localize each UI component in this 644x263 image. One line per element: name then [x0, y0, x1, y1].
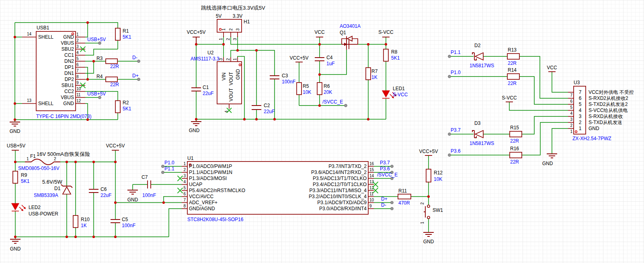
power-label: VCC+5V [187, 29, 205, 35]
ref-designator: C2 [264, 103, 270, 108]
ref-designator: C6 [100, 186, 107, 192]
pin-description: S-VCC给从机供电 [589, 108, 628, 113]
ref-designator: R14 [508, 67, 517, 73]
value: 20K [324, 89, 332, 95]
ref-designator: R15 [510, 125, 519, 130]
pin-number: 8 [76, 75, 79, 79]
value: 100nF [122, 223, 135, 228]
net-port-dot[interactable] [391, 201, 394, 204]
pin-name: 1 [222, 28, 226, 31]
ref-designator: R10 [81, 217, 90, 222]
net-port-dot[interactable] [162, 171, 164, 174]
net-port-dot[interactable] [345, 104, 347, 107]
net-port-dot[interactable] [391, 165, 394, 168]
junction-dot [367, 43, 369, 46]
pin-number: 1 [76, 32, 79, 37]
pin-name: VBUS [61, 40, 74, 46]
net-port-dot[interactable] [448, 154, 451, 157]
net-port-dot[interactable] [448, 55, 451, 58]
power-label: USB+5V [7, 143, 25, 149]
pin-description: VCC对外供电 不受控 [589, 89, 634, 95]
pin-number: 14 [27, 32, 32, 36]
pin-number: 1 [183, 162, 186, 166]
pin-number: 2 [76, 38, 79, 43]
pin-number: 13 [27, 98, 32, 103]
ref-designator: LED1 [393, 86, 405, 91]
junction-dot [114, 201, 117, 204]
junction-dot [92, 60, 95, 62]
ref-designator: LED2 [29, 205, 41, 210]
pin-number: 13 [369, 180, 374, 184]
power-label: S-VCC [378, 29, 394, 35]
pin-name: VOUT [228, 72, 234, 85]
resistor-r7[interactable]: R7 1K [366, 68, 378, 80]
ref-designator: U2 [207, 50, 214, 56]
ref-designator: Q1 [340, 30, 346, 35]
ref-designator: R3 [96, 56, 103, 61]
pin-name: P3.4/ADC12/T0/T1CLKO [313, 182, 367, 187]
pin-number: 14 [369, 174, 374, 178]
ref-designator: D1 [54, 186, 61, 191]
pin-description: S-RXD2从机接收2 [589, 95, 628, 101]
pin-number-inside: 1 [579, 126, 582, 131]
ref-designator: USB1 [37, 25, 49, 31]
pin-number-inside: 4 [579, 108, 582, 113]
pin-number: 1 [420, 222, 425, 224]
value: S-VCC [393, 92, 408, 97]
pin-name: P3.0/ADC8/RXD/INT4 [319, 206, 367, 211]
pin-number-inside: 2 [579, 120, 582, 125]
pin-name: P3.2/ADC10/INT0/SCLK_4 [309, 194, 367, 199]
schematic-canvas[interactable]: VCC+5V VCC S-VCC VCC+5V USB+5V VCC+5V VC… [0, 0, 644, 263]
ref-designator: R5 [303, 83, 309, 89]
junction-dot [92, 236, 95, 238]
part-number: STC8H2K08U-45I-SOP16 [187, 217, 244, 222]
gnd-label: GND [10, 246, 21, 252]
pin-name: CC2 [64, 89, 74, 94]
ref-designator: R2 [123, 100, 129, 106]
pin-name: CC1 [64, 52, 74, 58]
net-port-dot[interactable] [391, 207, 394, 210]
net-port-dot[interactable] [448, 75, 451, 78]
junction-dot [92, 161, 95, 163]
pin-number: 2 [183, 168, 186, 172]
schematic-note-jumper: 跳线选择串口电压3.3V或5V [201, 5, 265, 11]
ref-designator: D3 [474, 120, 481, 126]
pin-number: 6 [183, 192, 186, 196]
pin-number: 10 [369, 198, 374, 202]
pin-name: DN1 [64, 70, 74, 76]
pin-number: 7 [570, 93, 572, 97]
net-label: USB+5V [87, 91, 106, 97]
net-port-dot[interactable] [137, 60, 140, 63]
value: 5K1 [123, 106, 131, 112]
ref-designator: R11 [398, 188, 407, 194]
value: 22uF [264, 109, 275, 114]
power-label: VCC+5V [106, 143, 125, 149]
net-label: P1.0 [164, 160, 174, 166]
pin-number: 3 [233, 38, 237, 40]
value: USB-POWER [29, 211, 58, 217]
pin-number: 6 [570, 99, 572, 104]
net-label: P3.7 [380, 160, 390, 166]
pin-name: P1.1/ADC1/PWM1N [189, 170, 232, 175]
pin-name: P5.4/ADC2/nRST/MCLKO [189, 188, 245, 193]
pin-number: 2 [420, 202, 425, 205]
gnd-label: GND [189, 128, 200, 133]
net-port-dot[interactable] [448, 133, 451, 136]
pin-name: P1.3/ADC3/MOSI [189, 176, 227, 181]
pin-name: ADC_VREF+ [189, 200, 217, 205]
value: 1uF [326, 61, 335, 66]
ic-u1-mcu[interactable]: U1 STC8H2K08U-45I-SOP16 1P1.0/ADC0/PWM1P… [182, 155, 374, 222]
junction-dot [86, 21, 89, 24]
pin-description: S-TXD2从机发送2 [589, 101, 628, 107]
part-number: ZX-XH2.54-7PWZ [572, 136, 611, 141]
net-label: P1.1 [164, 166, 174, 172]
pin-name: P3.3/ADC11/INT1/MISO_4 [310, 188, 367, 193]
ref-designator: U1 [187, 155, 194, 161]
value: 100nF [282, 79, 295, 85]
pin-number: 7 [76, 68, 79, 73]
schematic-svg[interactable]: VCC+5V VCC S-VCC VCC+5V USB+5V VCC+5V VC… [0, 0, 644, 263]
pin-name: GND/AGND [189, 206, 215, 211]
junction-dot [385, 43, 387, 46]
net-port-dot[interactable] [162, 165, 164, 168]
value: 22R [110, 64, 119, 69]
